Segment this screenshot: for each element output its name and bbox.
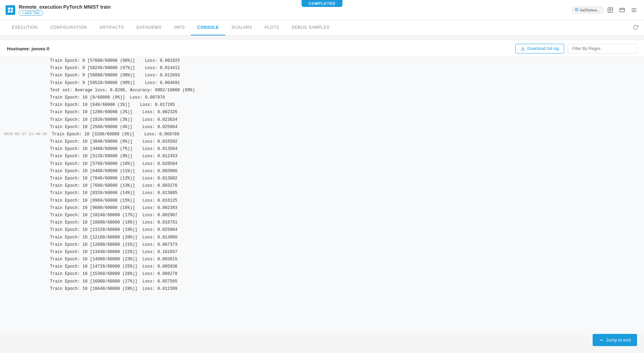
log-row: Train Epoch: 10 [12160/60000 (20%)] Loss… bbox=[0, 234, 644, 241]
nav-tabs: EXECUTION CONFIGURATION ARTIFACTS DATAVI… bbox=[0, 20, 644, 36]
log-message: Train Epoch: 10 [11520/60000 (19%)] Loss… bbox=[49, 227, 179, 233]
svg-rect-2 bbox=[8, 10, 10, 12]
id-value: 0a05ebea... bbox=[580, 8, 600, 12]
menu-icon-button[interactable] bbox=[629, 6, 638, 15]
refresh-icon-button[interactable] bbox=[633, 25, 638, 31]
log-message: Train Epoch: 9 [59520/60000 (99%)] Loss:… bbox=[49, 80, 181, 86]
log-row: Train Epoch: 10 [8320/60000 (14%)] Loss:… bbox=[0, 190, 644, 197]
log-message: Train Epoch: 10 [1920/60000 (3%)] Loss: … bbox=[49, 117, 179, 123]
log-row: Train Epoch: 10 [15360/60000 (26%)] Loss… bbox=[0, 270, 644, 278]
id-badge: ID 0a05ebea... bbox=[572, 7, 603, 14]
notes-icon-button[interactable] bbox=[606, 6, 615, 15]
svg-rect-0 bbox=[8, 7, 10, 9]
header-right: ID 0a05ebea... bbox=[572, 6, 638, 15]
log-message: Train Epoch: 10 [16000/60000 (27%)] Loss… bbox=[49, 278, 179, 285]
log-row: Train Epoch: 10 [5120/60000 (9%)] Loss: … bbox=[0, 153, 644, 160]
log-row: Train Epoch: 10 [7040/60000 (12%)] Loss:… bbox=[0, 175, 644, 182]
log-message: Train Epoch: 10 [8960/60000 (15%)] Loss:… bbox=[49, 197, 179, 204]
log-row: Train Epoch: 9 [59520/60000 (99%)] Loss:… bbox=[0, 79, 644, 87]
log-message: Train Epoch: 10 [3840/60000 (6%)] Loss: … bbox=[49, 138, 179, 145]
tab-execution[interactable]: EXECUTION bbox=[6, 20, 44, 35]
page-title: Remote_execution PyTorch MNIST train bbox=[19, 4, 111, 10]
log-message: Train Epoch: 10 [14080/60000 (23%)] Loss… bbox=[49, 256, 179, 263]
log-message: Train Epoch: 9 [57600/60000 (96%)] Loss:… bbox=[49, 58, 181, 64]
console-toolbar: Hostname: jeeves:0 Download full log bbox=[0, 40, 644, 57]
filter-regex-input[interactable] bbox=[568, 44, 637, 53]
log-message: Train Epoch: 10 [4480/60000 (7%)] Loss: … bbox=[49, 146, 179, 152]
log-row: Train Epoch: 10 [1920/60000 (3%)] Loss: … bbox=[0, 116, 644, 124]
log-message: Train Epoch: 10 [16640/60000 (28%)] Loss… bbox=[49, 286, 179, 292]
log-message: Train Epoch: 10 [5760/60000 (10%)] Loss:… bbox=[49, 161, 179, 167]
tab-artifacts[interactable]: ARTIFACTS bbox=[93, 20, 130, 35]
log-row: Train Epoch: 10 [9600/60000 (16%)] Loss:… bbox=[0, 204, 644, 212]
log-row: Train Epoch: 10 [4480/60000 (7%)] Loss: … bbox=[0, 145, 644, 153]
log-row: Train Epoch: 10 [14720/60000 (25%)] Loss… bbox=[0, 263, 644, 270]
log-message: Train Epoch: 9 [58240/60000 (97%)] Loss:… bbox=[49, 65, 181, 72]
tab-scalars[interactable]: SCALARS bbox=[225, 20, 259, 35]
log-row: Train Epoch: 10 [14080/60000 (23%)] Loss… bbox=[0, 256, 644, 263]
log-row: 2025-02-27 11:46:35Train Epoch: 10 [3200… bbox=[0, 131, 644, 138]
log-message: Train Epoch: 10 [640/60000 (1%)] Loss: 0… bbox=[49, 102, 176, 108]
log-message: Train Epoch: 10 [12800/60000 (21%)] Loss… bbox=[49, 242, 179, 248]
hostname-info: Hostname: jeeves:0 bbox=[7, 46, 49, 51]
tab-console[interactable]: CONSOLE bbox=[191, 20, 225, 35]
log-row: Train Epoch: 10 [11520/60000 (19%)] Loss… bbox=[0, 226, 644, 234]
hostname-value: jeeves:0 bbox=[32, 46, 49, 51]
log-message: Train Epoch: 10 [10240/60000 (17%)] Loss… bbox=[49, 212, 179, 219]
log-message: Train Epoch: 10 [5120/60000 (9%)] Loss: … bbox=[49, 153, 179, 160]
app-logo bbox=[6, 5, 15, 15]
log-row: Train Epoch: 10 [10240/60000 (17%)] Loss… bbox=[0, 212, 644, 219]
log-row: Train Epoch: 10 [6400/60000 (11%)] Loss:… bbox=[0, 168, 644, 175]
add-tag-button[interactable]: + ADD TAG bbox=[19, 10, 43, 16]
log-row: Test set: Average loss: 0.0298, Accuracy… bbox=[0, 87, 644, 94]
log-row: Train Epoch: 10 [16640/60000 (28%)] Loss… bbox=[0, 285, 644, 293]
log-message: Train Epoch: 9 [58880/60000 (98%)] Loss:… bbox=[49, 72, 181, 79]
log-row: Train Epoch: 9 [58240/60000 (97%)] Loss:… bbox=[0, 65, 644, 72]
tab-debug-samples[interactable]: DEBUG SAMPLES bbox=[286, 20, 336, 35]
log-row: Train Epoch: 10 [640/60000 (1%)] Loss: 0… bbox=[0, 101, 644, 109]
log-row: Train Epoch: 10 [1280/60000 (2%)] Loss: … bbox=[0, 109, 644, 116]
log-message: Train Epoch: 10 [0/60000 (0%)] Loss: 0.0… bbox=[49, 94, 166, 101]
log-message: Train Epoch: 10 [3200/60000 (5%)] Loss: … bbox=[50, 131, 180, 138]
log-row: Train Epoch: 10 [2560/60000 (4%)] Loss: … bbox=[0, 124, 644, 131]
log-row: Train Epoch: 10 [13440/60000 (22%)] Loss… bbox=[0, 249, 644, 256]
log-row: Train Epoch: 9 [57600/60000 (96%)] Loss:… bbox=[0, 57, 644, 65]
toolbar-right: Download full log bbox=[515, 44, 637, 53]
log-message: Train Epoch: 10 [6400/60000 (11%)] Loss:… bbox=[49, 168, 179, 175]
console-log-area: Train Epoch: 9 [57600/60000 (96%)] Loss:… bbox=[0, 57, 644, 335]
log-row: Train Epoch: 10 [3840/60000 (6%)] Loss: … bbox=[0, 138, 644, 145]
log-timestamp: 2025-02-27 11:46:35 bbox=[0, 131, 50, 137]
header-left: Remote_execution PyTorch MNIST train + A… bbox=[6, 4, 111, 16]
log-row: Train Epoch: 10 [16000/60000 (27%)] Loss… bbox=[0, 278, 644, 285]
log-message: Train Epoch: 10 [7680/60000 (13%)] Loss:… bbox=[49, 183, 179, 189]
svg-rect-3 bbox=[11, 10, 13, 12]
log-message: Train Epoch: 10 [2560/60000 (4%)] Loss: … bbox=[49, 124, 179, 131]
log-row: Train Epoch: 10 [10880/60000 (18%)] Loss… bbox=[0, 219, 644, 226]
tab-plots[interactable]: PLOTS bbox=[259, 20, 286, 35]
expand-icon-button[interactable] bbox=[618, 6, 627, 15]
log-message: Train Epoch: 10 [15360/60000 (26%)] Loss… bbox=[49, 271, 179, 277]
log-message: Train Epoch: 10 [14720/60000 (25%)] Loss… bbox=[49, 263, 179, 270]
log-row: Train Epoch: 10 [12800/60000 (21%)] Loss… bbox=[0, 241, 644, 249]
tab-configuration[interactable]: CONFIGURATION bbox=[44, 20, 93, 35]
log-row: Train Epoch: 10 [5760/60000 (10%)] Loss:… bbox=[0, 160, 644, 168]
log-message: Train Epoch: 10 [1280/60000 (2%)] Loss: … bbox=[49, 109, 179, 116]
log-message: Train Epoch: 10 [12160/60000 (20%)] Loss… bbox=[49, 234, 179, 241]
log-message: Train Epoch: 10 [8320/60000 (14%)] Loss:… bbox=[49, 190, 179, 196]
log-message: Test set: Average loss: 0.0298, Accuracy… bbox=[49, 87, 196, 94]
log-message: Train Epoch: 10 [7040/60000 (12%)] Loss:… bbox=[49, 175, 179, 182]
status-badge: COMPLETED bbox=[302, 0, 342, 7]
log-message: Train Epoch: 10 [10880/60000 (18%)] Loss… bbox=[49, 219, 179, 226]
tab-dataviews[interactable]: DATAVIEWS bbox=[130, 20, 168, 35]
log-message: Train Epoch: 10 [9600/60000 (16%)] Loss:… bbox=[49, 205, 179, 211]
svg-rect-1 bbox=[11, 7, 13, 9]
log-row: Train Epoch: 9 [58880/60000 (98%)] Loss:… bbox=[0, 72, 644, 79]
main-content: Hostname: jeeves:0 Download full log Tra… bbox=[0, 40, 644, 335]
title-area: Remote_execution PyTorch MNIST train + A… bbox=[19, 4, 111, 16]
log-row: Train Epoch: 10 [0/60000 (0%)] Loss: 0.0… bbox=[0, 94, 644, 101]
log-row: Train Epoch: 10 [7680/60000 (13%)] Loss:… bbox=[0, 182, 644, 190]
tab-info[interactable]: INFO bbox=[168, 20, 191, 35]
download-log-button[interactable]: Download full log bbox=[515, 44, 564, 53]
jump-to-end-button[interactable]: Jump to end bbox=[593, 334, 637, 335]
svg-rect-8 bbox=[620, 8, 625, 12]
